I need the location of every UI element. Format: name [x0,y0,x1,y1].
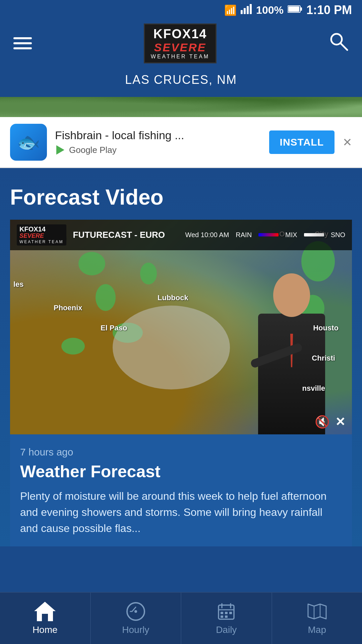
svg-line-8 [341,43,347,50]
video-snow-label: SNO [331,231,345,239]
ad-store-label: Google Play [55,145,261,155]
video-topbar: KFOX14 SEVERE WEATHER TEAM FUTURECAST - … [10,220,352,250]
map-preview-strip [0,97,362,117]
nav-map[interactable]: Map [272,593,362,644]
video-controls: 🔇 ✕ [315,415,345,429]
svg-rect-6 [300,7,302,11]
status-bar: 📶 100% 1:10 PM [0,0,362,20]
svg-point-11 [134,610,137,613]
hamburger-menu[interactable] [13,37,32,49]
nav-daily-label: Daily [216,625,237,635]
video-body: Plenty of moisture will be around this w… [20,488,342,536]
svg-marker-21 [308,604,326,619]
battery-icon [288,4,302,16]
svg-rect-1 [244,8,246,14]
video-timestamp: 7 hours ago [20,446,342,458]
svg-rect-2 [247,6,249,14]
map-icon [307,602,327,621]
video-player[interactable]: Las Vegas Phoenix Lubbock El Paso Housto… [10,220,352,434]
city-houston: Housto [313,324,339,332]
ad-app-icon: 🐟 [10,124,47,161]
weather-blob-5 [61,338,85,355]
daily-icon [216,602,236,621]
ad-text: Fishbrain - local fishing ... Google Pla… [55,129,261,155]
svg-marker-9 [56,145,64,155]
app-logo: KFOX14 SEVERE WEATHER TEAM [144,23,217,63]
home-icon [35,602,55,621]
video-logo: KFOX14 SEVERE WEATHER TEAM [17,224,66,246]
ad-banner: 🐟 Fishbrain - local fishing ... Google P… [0,117,362,168]
svg-rect-3 [250,4,252,14]
video-mix-label: MIX [285,231,297,239]
city-el-paso: El Paso [101,324,127,332]
hourly-icon [126,602,146,621]
weather-blob-1 [78,252,105,275]
ad-title: Fishbrain - local fishing ... [55,129,261,142]
svg-rect-19 [221,615,223,618]
weather-blob-4 [140,263,157,284]
status-icons: 📶 100% 1:10 PM [224,3,352,17]
nav-map-label: Map [308,625,326,635]
nav-home[interactable]: Home [0,593,90,644]
nav-daily[interactable]: Daily [181,593,272,644]
app-header: KFOX14 SEVERE WEATHER TEAM LAS CRUCES, N… [0,20,362,97]
weather-blob-2 [96,284,116,311]
video-datetime: Wed 10:00 AM [185,231,229,239]
ad-close-button[interactable]: ✕ [343,136,352,149]
battery-text: 100% [256,4,284,16]
search-button[interactable] [328,31,349,55]
time-display: 1:10 PM [306,3,352,17]
video-close-button[interactable]: ✕ [335,415,345,429]
svg-rect-5 [288,6,299,12]
svg-rect-16 [221,612,223,614]
nav-hourly[interactable]: Hourly [91,593,181,644]
bottom-navigation: Home Hourly [0,592,362,644]
svg-rect-20 [225,615,228,618]
city-les: les [13,280,24,289]
cloud-cover [113,306,230,389]
ad-install-button[interactable]: INSTALL [269,130,335,154]
legend-bar [258,233,279,236]
svg-rect-18 [229,612,232,614]
video-description: 7 hours ago Weather Forecast Plenty of m… [10,434,352,546]
video-rain-label: RAIN [236,231,252,239]
video-title: FUTURECAST - EURO [73,230,179,240]
city-phoenix: Phoenix [54,304,82,312]
nav-hourly-label: Hourly [122,625,149,635]
legend-bar-2 [304,233,324,236]
svg-rect-0 [241,10,243,14]
location-label: LAS CRUCES, NM [125,73,237,87]
nav-home-label: Home [33,625,58,635]
city-corpus: Christi [312,354,335,363]
signal-icon [241,4,252,16]
city-brownsville: nsville [302,384,325,393]
video-headline: Weather Forecast [20,462,342,481]
city-lubbock: Lubbock [158,293,188,302]
forecast-section: Forecast Video [0,168,362,546]
svg-rect-17 [225,612,228,614]
forecast-section-title: Forecast Video [10,185,352,210]
volume-icon[interactable]: 🔇 [315,415,330,429]
wifi-icon: 📶 [224,4,237,16]
